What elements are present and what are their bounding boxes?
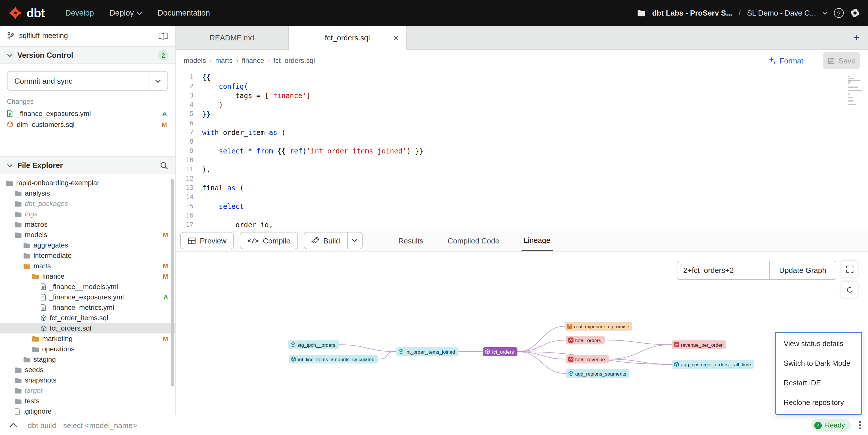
tree-item-finance[interactable]: financeM — [0, 271, 175, 281]
tree-item-fct_order_items.sql[interactable]: fct_order_items.sql — [0, 313, 175, 323]
code-line-5[interactable]: 5}} — [176, 110, 868, 119]
tab-compiled-code[interactable]: Compiled Code — [445, 230, 502, 251]
tree-item-analysis[interactable]: analysis — [0, 188, 175, 198]
lineage-node-fct_orders[interactable]: fct_orders — [483, 347, 518, 356]
tab-lineage[interactable]: Lineage — [521, 230, 553, 251]
save-button[interactable]: Save — [823, 52, 860, 69]
preview-button[interactable]: Preview — [180, 232, 234, 249]
tree-item-models[interactable]: modelsM — [0, 230, 175, 240]
code-line-15[interactable]: 15 select — [176, 202, 868, 211]
breadcrumb-item[interactable]: fct_orders.sql — [274, 57, 315, 65]
nav-deploy[interactable]: Deploy — [110, 9, 142, 17]
status-badge[interactable]: ✓ Ready — [812, 419, 851, 432]
branch-selector[interactable]: sqlfluff-meeting — [0, 26, 175, 46]
command-input[interactable]: dbt build --select <model_name> — [28, 421, 812, 430]
tree-item-_finance__models.yml[interactable]: _finance__models.yml — [0, 281, 175, 292]
file-explorer-header[interactable]: File Explorer — [0, 156, 175, 174]
tree-item-operations[interactable]: operations — [0, 344, 175, 354]
tree-item-_finance_metrics.yml[interactable]: _finance_metrics.yml — [0, 302, 175, 313]
editor-minimap[interactable] — [848, 76, 863, 106]
project-name[interactable]: SL Demo - Dave C... — [747, 9, 816, 17]
search-icon[interactable] — [160, 161, 168, 169]
menu-item-switch-to-dark-mode[interactable]: Switch to Dark Mode — [776, 354, 861, 373]
tree-item-rapid-onboarding-exemplar[interactable]: rapid-onboarding-exemplar — [0, 178, 175, 188]
help-icon[interactable]: ? — [834, 8, 844, 18]
lineage-node-int_line_items_amounts_calculated[interactable]: int_line_items_amounts_calculated — [289, 355, 378, 364]
build-options-chevron[interactable] — [347, 233, 362, 249]
kebab-menu-icon[interactable] — [859, 421, 861, 430]
code-line-13[interactable]: 13final as ( — [176, 183, 868, 193]
close-icon[interactable]: × — [393, 33, 399, 43]
code-line-2[interactable]: 2 config( — [176, 82, 868, 91]
tree-item-staging[interactable]: staging — [0, 354, 175, 365]
lineage-selector-input[interactable] — [677, 261, 770, 280]
commit-options-chevron[interactable] — [148, 71, 167, 90]
tree-item-intermediate[interactable]: intermediate — [0, 250, 175, 261]
lineage-node-int_order_items_joined[interactable]: int_order_items_joined — [396, 347, 459, 356]
code-line-9[interactable]: 9 select * from {{ ref('int_order_items_… — [176, 146, 868, 156]
menu-item-view-status-details[interactable]: View status details — [776, 334, 861, 354]
version-control-header[interactable]: Version Control 2 — [0, 46, 175, 64]
lineage-node-agg_regions_segments[interactable]: agg_regions_segments — [566, 369, 630, 378]
lineage-node-total_revenue[interactable]: total_revenue — [566, 355, 609, 364]
account-name[interactable]: dbt Labs - ProServ S... — [652, 9, 732, 17]
code-line-10[interactable]: 10 — [176, 156, 868, 165]
reset-view-icon[interactable] — [841, 281, 858, 298]
compile-button[interactable]: </> Compile — [240, 232, 298, 249]
breadcrumb-item[interactable]: models — [184, 57, 206, 65]
tree-item-.gitignore[interactable]: .gitignore — [0, 406, 175, 415]
code-line-12[interactable]: 12 — [176, 174, 868, 183]
tab-readme[interactable]: README.md — [176, 26, 289, 49]
code-line-7[interactable]: 7with order_item as ( — [176, 128, 868, 137]
menu-item-reclone-repository[interactable]: Reclone repository — [776, 393, 861, 412]
tree-item-logs[interactable]: logs — [0, 209, 175, 219]
update-graph-button[interactable]: Update Graph — [769, 261, 836, 280]
dbt-logo[interactable]: dbt — [8, 6, 44, 20]
lineage-node-revenue_per_order[interactable]: revenue_per_order — [672, 340, 726, 349]
tree-item-macros[interactable]: macros — [0, 219, 175, 230]
tree-item-snapshots[interactable]: snapshots — [0, 375, 175, 386]
tree-item-marketing[interactable]: marketingM — [0, 333, 175, 344]
code-editor[interactable]: 1{{2 config(3 tags = ['finance']4 )5}}67… — [176, 71, 868, 230]
lineage-node-total_orders[interactable]: total_orders — [566, 336, 604, 344]
changed-file-dim_customers.sql[interactable]: dim_customers.sqlM — [7, 119, 168, 130]
tree-item-fct_orders.sql[interactable]: fct_orders.sql — [0, 323, 175, 333]
tab-fct-orders[interactable]: fct_orders.sql × — [289, 26, 407, 49]
changed-file-_finance_exposures.yml[interactable]: _finance_exposures.ymlA — [7, 108, 168, 119]
lineage-node-real_exposure_i_promise[interactable]: real_exposure_i_promise — [565, 322, 633, 331]
nav-documentation[interactable]: Documentation — [157, 9, 210, 17]
code-line-11[interactable]: 11), — [176, 165, 868, 174]
code-line-3[interactable]: 3 tags = ['finance'] — [176, 91, 868, 100]
code-line-8[interactable]: 8 — [176, 137, 868, 146]
chevron-down-icon[interactable] — [823, 11, 828, 15]
code-line-17[interactable]: 17 order_id, — [176, 221, 868, 230]
tree-item-aggregates[interactable]: aggregates — [0, 240, 175, 250]
tree-item-tests[interactable]: tests — [0, 396, 175, 406]
lineage-node-agg_customer_orders__all_time[interactable]: agg_customer_orders__all_time — [672, 360, 754, 369]
tree-item-dbt_packages[interactable]: dbt_packages — [0, 198, 175, 209]
code-line-14[interactable]: 14 — [176, 193, 868, 202]
file-tree-scrollbar[interactable] — [171, 179, 174, 387]
menu-item-restart-ide[interactable]: Restart IDE — [776, 373, 861, 393]
tree-item-target[interactable]: target — [0, 386, 175, 396]
chevron-up-icon[interactable] — [9, 423, 17, 428]
tree-item-marts[interactable]: martsM — [0, 261, 175, 271]
breadcrumb-item[interactable]: marts — [215, 57, 232, 65]
tab-results[interactable]: Results — [396, 230, 426, 251]
lineage-node-stg_tpch__orders[interactable]: stg_tpch__orders — [288, 340, 339, 349]
fullscreen-icon[interactable] — [841, 261, 858, 277]
format-button[interactable]: Format — [768, 56, 803, 65]
breadcrumb-item[interactable]: finance — [242, 57, 264, 65]
docs-book-icon[interactable] — [158, 32, 168, 39]
code-line-4[interactable]: 4 ) — [176, 100, 868, 110]
nav-develop[interactable]: Develop — [65, 9, 94, 17]
tree-item-seeds[interactable]: seeds — [0, 365, 175, 375]
new-tab-icon[interactable]: + — [853, 31, 859, 43]
gear-icon[interactable] — [850, 8, 860, 18]
code-line-16[interactable]: 16 — [176, 211, 868, 221]
code-line-1[interactable]: 1{{ — [176, 73, 868, 82]
build-button[interactable]: Build — [304, 233, 347, 249]
code-line-6[interactable]: 6 — [176, 119, 868, 128]
commit-and-sync-button[interactable]: Commit and sync — [7, 71, 168, 91]
tree-item-_finance_exposures.yml[interactable]: _finance_exposures.ymlA — [0, 292, 175, 302]
